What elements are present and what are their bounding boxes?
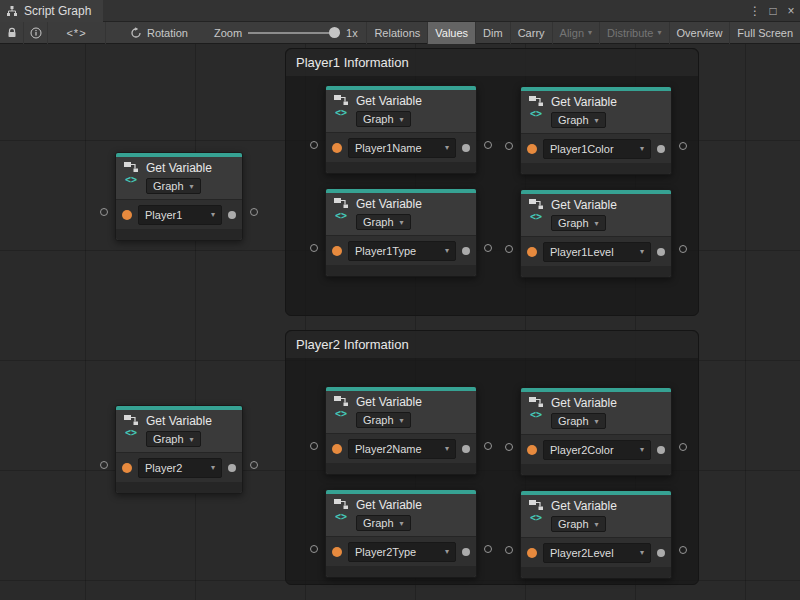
output-port-dot[interactable]	[657, 248, 665, 256]
get-variable-node-player2level[interactable]: <> Get Variable Graph Player2Level	[520, 490, 672, 579]
output-port-dot[interactable]	[228, 464, 236, 472]
close-button[interactable]: ×	[782, 1, 800, 21]
output-port[interactable]	[484, 141, 492, 149]
graph-dropdown[interactable]: Graph	[146, 431, 201, 447]
get-variable-node-player1color[interactable]: <> Get Variable Graph Player1Color	[520, 86, 672, 175]
output-port-dot[interactable]	[228, 211, 236, 219]
output-port-dot[interactable]	[462, 247, 470, 255]
graph-dropdown[interactable]: Graph	[551, 413, 606, 429]
input-port[interactable]	[100, 461, 108, 469]
zoom-slider-track[interactable]	[248, 32, 340, 34]
get-variable-node-player2name[interactable]: <> Get Variable Graph Player2Name	[325, 386, 477, 475]
node-header: <> Get Variable Graph	[326, 391, 476, 433]
dim-button[interactable]: Dim	[475, 22, 510, 44]
group-title[interactable]: Player2 Information	[286, 331, 698, 358]
variable-dropdown[interactable]: Player2Color	[543, 440, 651, 460]
node-header: <> Get Variable Graph	[521, 392, 671, 434]
output-port-dot[interactable]	[462, 144, 470, 152]
graph-type-icon: <>	[125, 175, 137, 185]
output-port-dot[interactable]	[462, 445, 470, 453]
tab-script-graph[interactable]: Script Graph	[0, 0, 103, 22]
code-view-button[interactable]: <*>	[48, 22, 106, 44]
output-port-dot[interactable]	[462, 548, 470, 556]
variable-dropdown[interactable]: Player1Type	[348, 241, 456, 261]
input-port[interactable]	[310, 141, 318, 149]
window-menu-button[interactable]: ⋮	[746, 1, 764, 21]
get-variable-node-player1name[interactable]: <> Get Variable Graph Player1Name	[325, 85, 477, 174]
value-port-dot[interactable]	[332, 444, 342, 454]
output-port[interactable]	[250, 461, 258, 469]
get-variable-node-player2type[interactable]: <> Get Variable Graph Player2Type	[325, 489, 477, 578]
relations-button[interactable]: Relations	[366, 22, 427, 44]
carry-button[interactable]: Carry	[510, 22, 552, 44]
value-port-dot[interactable]	[527, 144, 537, 154]
input-port[interactable]	[310, 442, 318, 450]
get-variable-node-player1[interactable]: <> Get Variable Graph Player1	[115, 152, 243, 241]
graph-dropdown[interactable]: Graph	[356, 515, 411, 531]
input-port[interactable]	[505, 443, 513, 451]
variable-dropdown[interactable]: Player1	[138, 205, 222, 225]
graph-type-icon: <>	[335, 409, 347, 419]
graph-canvas[interactable]: Player1 Information Player2 Information …	[0, 44, 800, 600]
input-port[interactable]	[100, 208, 108, 216]
output-port[interactable]	[679, 142, 687, 150]
output-port[interactable]	[679, 443, 687, 451]
variable-dropdown[interactable]: Player1Color	[543, 139, 651, 159]
full-screen-button[interactable]: Full Screen	[729, 22, 800, 44]
info-icon	[30, 27, 42, 39]
variable-dropdown[interactable]: Player1Name	[348, 138, 456, 158]
output-port-dot[interactable]	[657, 145, 665, 153]
graph-dropdown[interactable]: Graph	[551, 215, 606, 231]
group-title[interactable]: Player1 Information	[286, 49, 698, 76]
input-port[interactable]	[505, 245, 513, 253]
get-variable-node-player1type[interactable]: <> Get Variable Graph Player1Type	[325, 188, 477, 277]
input-port[interactable]	[505, 546, 513, 554]
value-port-dot[interactable]	[527, 445, 537, 455]
variable-dropdown[interactable]: Player2Name	[348, 439, 456, 459]
value-port-dot[interactable]	[527, 548, 537, 558]
output-port[interactable]	[484, 244, 492, 252]
info-button[interactable]	[24, 22, 48, 44]
output-port[interactable]	[484, 442, 492, 450]
input-port[interactable]	[505, 142, 513, 150]
input-port[interactable]	[310, 545, 318, 553]
graph-dropdown[interactable]: Graph	[356, 214, 411, 230]
graph-dropdown[interactable]: Graph	[551, 112, 606, 128]
distribute-button[interactable]: Distribute	[599, 22, 668, 44]
variable-dropdown[interactable]: Player2Type	[348, 542, 456, 562]
value-port-dot[interactable]	[122, 463, 132, 473]
value-port-dot[interactable]	[122, 210, 132, 220]
output-port-dot[interactable]	[657, 446, 665, 454]
get-variable-node-player1level[interactable]: <> Get Variable Graph Player1Level	[520, 189, 672, 278]
get-variable-node-player2color[interactable]: <> Get Variable Graph Player2Color	[520, 387, 672, 476]
get-variable-node-player2[interactable]: <> Get Variable Graph Player2	[115, 405, 243, 494]
maximize-button[interactable]: □	[764, 1, 782, 21]
value-port-dot[interactable]	[332, 547, 342, 557]
graph-dropdown[interactable]: Graph	[356, 412, 411, 428]
graph-dropdown[interactable]: Graph	[146, 178, 201, 194]
variable-dropdown[interactable]: Player2Level	[543, 543, 651, 563]
value-port-dot[interactable]	[332, 246, 342, 256]
zoom-slider-handle[interactable]	[329, 27, 340, 38]
values-button[interactable]: Values	[427, 22, 475, 44]
input-port[interactable]	[310, 244, 318, 252]
output-port[interactable]	[679, 245, 687, 253]
output-port[interactable]	[250, 208, 258, 216]
value-port-dot[interactable]	[527, 247, 537, 257]
graph-dropdown[interactable]: Graph	[356, 111, 411, 127]
output-port[interactable]	[679, 546, 687, 554]
variable-dropdown[interactable]: Player1Level	[543, 242, 651, 262]
graph-dropdown[interactable]: Graph	[551, 516, 606, 532]
value-port-dot[interactable]	[332, 143, 342, 153]
overview-button[interactable]: Overview	[669, 22, 730, 44]
output-port-dot[interactable]	[657, 549, 665, 557]
lock-button[interactable]	[0, 22, 24, 44]
output-port[interactable]	[484, 545, 492, 553]
align-button[interactable]: Align	[552, 22, 599, 44]
node-icons: <>	[122, 161, 140, 194]
rotation-control[interactable]: Rotation	[122, 22, 196, 44]
variable-dropdown[interactable]: Player2	[138, 458, 222, 478]
zoom-slider[interactable]	[248, 22, 340, 44]
get-variable-icon	[333, 197, 349, 209]
node-icons: <>	[527, 396, 545, 429]
